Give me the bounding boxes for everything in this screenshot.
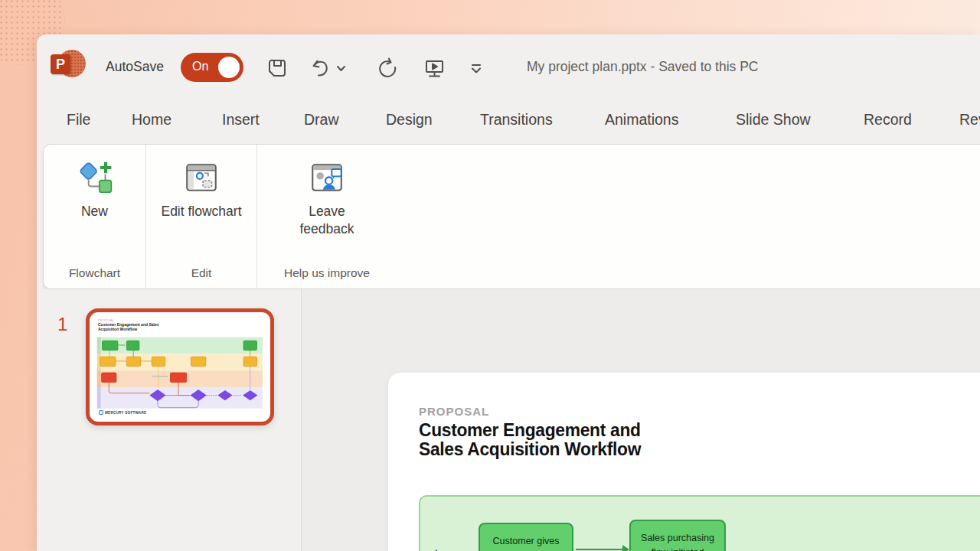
undo-dropdown-button[interactable]: [332, 54, 349, 82]
tab-draw[interactable]: Draw: [304, 111, 339, 129]
new-flowchart-icon: [76, 158, 114, 197]
customer-swimlane[interactable]: Customer Customer gives approval on inte…: [419, 495, 980, 551]
leave-feedback-button[interactable]: Leave feedback: [279, 155, 374, 241]
ribbon-group-help: Leave feedback Help us improve: [257, 145, 397, 289]
save-button[interactable]: [263, 54, 291, 82]
tab-slide-show[interactable]: Slide Show: [736, 111, 811, 129]
powerpoint-icon: P: [51, 48, 84, 79]
redo-button[interactable]: [374, 54, 401, 82]
chevron-down-icon: [336, 64, 346, 72]
slideshow-icon: [423, 57, 446, 79]
slide-thumbnail-panel: 1: [37, 289, 301, 551]
mercury-logo-icon: [99, 410, 103, 415]
new-flowchart-button[interactable]: New: [47, 155, 142, 223]
redo-refresh-icon: [377, 57, 398, 79]
qat-overflow-icon: [469, 61, 484, 75]
tab-design[interactable]: Design: [386, 111, 433, 129]
undo-button[interactable]: [306, 54, 334, 82]
tab-record[interactable]: Record: [864, 111, 912, 129]
edit-flowchart-button[interactable]: Edit flowchart: [154, 155, 249, 223]
tab-transitions[interactable]: Transitions: [480, 111, 553, 129]
slide-eyebrow-text[interactable]: PROPOSAL: [419, 405, 489, 418]
autosave-label: AutoSave: [106, 59, 164, 75]
ribbon-tab-row: File Home Insert Draw Design Transitions…: [37, 103, 980, 143]
slide-number: 1: [57, 314, 67, 335]
flowchart-arrow: [576, 549, 623, 550]
start-slideshow-button[interactable]: [421, 54, 449, 82]
leave-feedback-icon: [308, 158, 346, 197]
autosave-toggle[interactable]: On: [181, 53, 243, 82]
thumbnail-logo: MERCURY SOFTWARE: [99, 410, 146, 415]
workspace: 1: [37, 289, 980, 551]
slide-title-text[interactable]: Customer Engagement and Sales Acquisitio…: [419, 421, 688, 459]
flowchart-box-approval[interactable]: Customer gives approval on interest: [479, 523, 573, 551]
slide-1-canvas[interactable]: PROPOSAL Customer Engagement and Sales A…: [388, 373, 980, 551]
autosave-toggle-state: On: [192, 60, 208, 73]
slide-editor-canvas: PROPOSAL Customer Engagement and Sales A…: [302, 289, 980, 551]
document-title[interactable]: My project plan.pptx - Saved to this PC: [527, 59, 759, 75]
tab-home[interactable]: Home: [132, 111, 172, 129]
group-label-edit: Edit: [146, 266, 256, 280]
powerpoint-window: P AutoSave On: [37, 34, 980, 551]
edit-flowchart-label: Edit flowchart: [158, 203, 244, 220]
leave-feedback-label: Leave feedback: [284, 203, 370, 238]
thumbnail-title: Customer Engagement and Sales Acquisitio…: [98, 322, 161, 331]
group-label-flowchart: Flowchart: [44, 266, 145, 280]
tab-file[interactable]: File: [67, 111, 90, 129]
powerpoint-p-letter: P: [51, 54, 70, 74]
ribbon-panel: New Flowchart Edit flowchart Edit: [43, 144, 980, 289]
ribbon-group-flowchart: New Flowchart: [44, 145, 146, 289]
tab-insert[interactable]: Insert: [222, 111, 260, 129]
flowchart-box-purchasing[interactable]: Sales purchasing flow initiated: [629, 520, 726, 551]
autosave-toggle-knob[interactable]: [218, 57, 240, 78]
slide-1-thumbnail[interactable]: PROPOSAL Customer Engagement and Sales A…: [86, 308, 274, 425]
customize-toolbar-button[interactable]: [462, 54, 490, 82]
undo-icon: [309, 57, 332, 79]
tab-animations[interactable]: Animations: [605, 111, 678, 129]
ribbon-group-edit: Edit flowchart Edit: [146, 145, 257, 289]
swimlane-label: Customer: [431, 514, 444, 551]
tab-review[interactable]: Review: [959, 111, 980, 129]
title-bar: P AutoSave On: [37, 34, 980, 103]
new-flowchart-label: New: [52, 203, 138, 220]
mercury-logo-text: MERCURY SOFTWARE: [105, 411, 146, 415]
group-label-help-us-improve: Help us improve: [257, 266, 397, 280]
save-icon: [266, 57, 288, 79]
edit-flowchart-icon: [182, 158, 220, 197]
